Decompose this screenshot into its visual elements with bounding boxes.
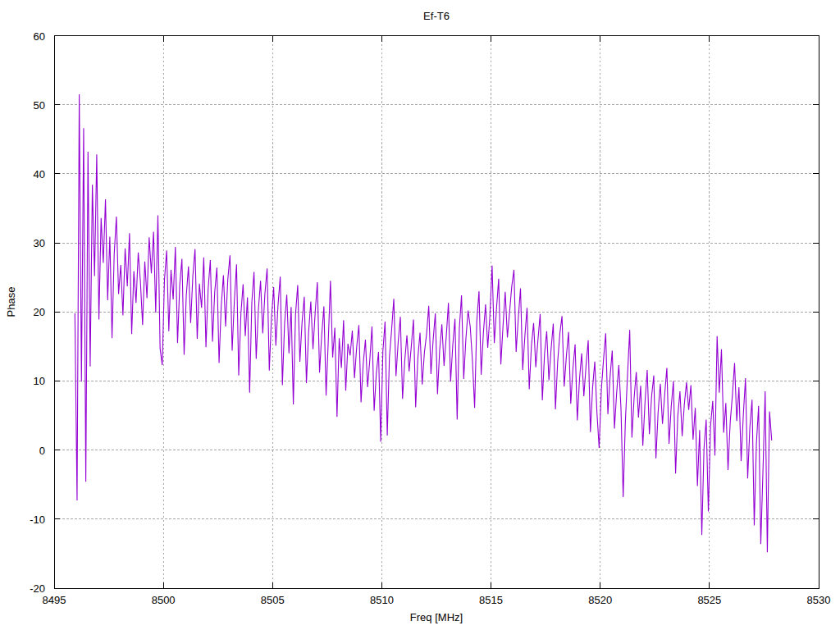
y-tick-label: 0 (39, 445, 45, 457)
y-tick-label: 20 (34, 306, 45, 318)
x-tick-label: 8495 (43, 594, 66, 606)
y-tick-label: 30 (34, 237, 45, 249)
x-tick-label: 8510 (370, 594, 394, 606)
chart-background (0, 0, 840, 630)
y-tick-label: -20 (30, 582, 45, 595)
y-tick-label: 40 (34, 168, 45, 180)
x-axis-label: Freq [MHz] (410, 611, 463, 623)
y-axis-label: Phase (5, 287, 17, 317)
x-tick-label: 8505 (261, 594, 285, 606)
x-tick-label: 8515 (479, 594, 503, 606)
y-tick-label: 60 (34, 30, 45, 43)
x-tick-label: 8525 (697, 594, 721, 606)
x-tick-label: 8500 (152, 594, 176, 606)
y-tick-label: -10 (30, 514, 45, 526)
chart-title: Ef-T6 (423, 10, 450, 22)
chart-figure: 84958500850585108515852085258530 -20-100… (0, 0, 840, 630)
chart-canvas: 84958500850585108515852085258530 -20-100… (0, 0, 840, 630)
y-tick-label: 10 (34, 375, 45, 387)
x-tick-label: 8520 (588, 594, 612, 606)
x-tick-label: 8530 (807, 594, 831, 606)
y-tick-label: 50 (34, 99, 45, 112)
